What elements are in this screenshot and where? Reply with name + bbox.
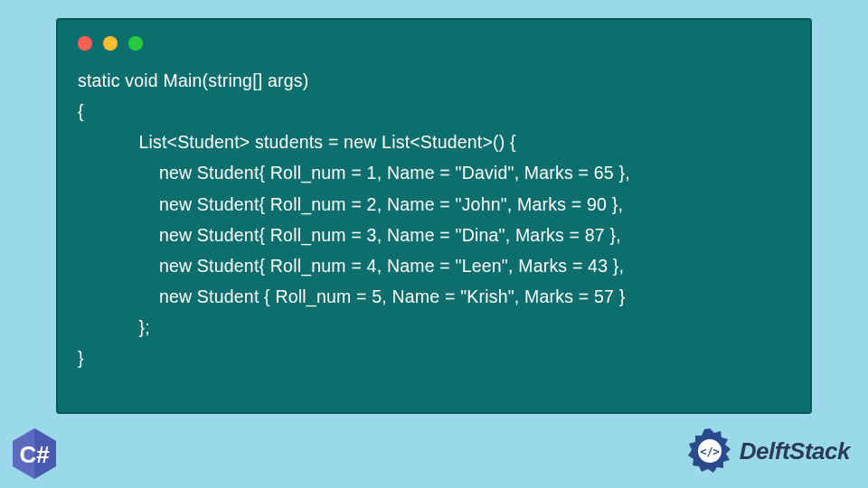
brand-gear-icon: </>: [685, 427, 734, 475]
code-window: static void Main(string[] args) { List<S…: [56, 18, 812, 414]
close-icon: [78, 36, 92, 51]
brand-logo: </> DelftStack: [685, 427, 850, 475]
window-controls: [58, 20, 810, 60]
csharp-text: C#: [19, 441, 50, 468]
minimize-icon: [103, 36, 118, 51]
maximize-icon: [128, 36, 143, 51]
svg-text:</>: </>: [700, 446, 720, 458]
brand-name: DelftStack: [740, 437, 850, 465]
code-content: static void Main(string[] args) { List<S…: [58, 60, 810, 379]
csharp-badge-icon: C#: [7, 427, 61, 481]
